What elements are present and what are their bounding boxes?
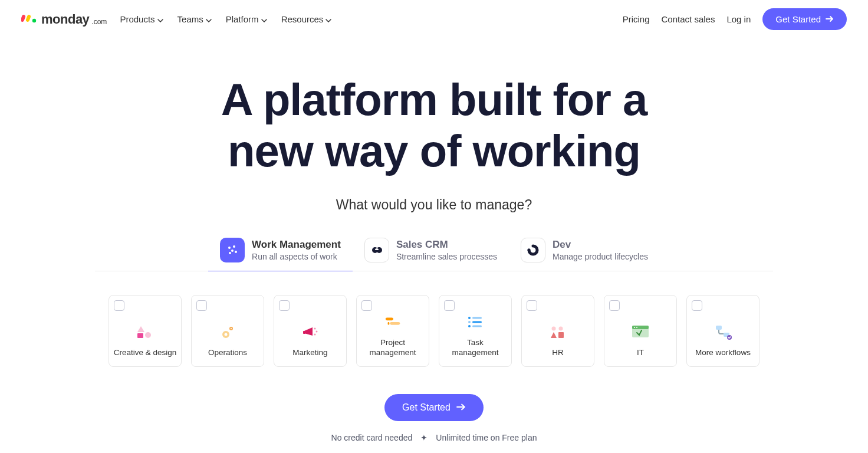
svg-point-15	[225, 333, 228, 336]
svg-point-17	[231, 328, 232, 329]
creative-design-icon	[136, 324, 154, 340]
svg-rect-26	[472, 317, 482, 319]
arrow-right-icon	[826, 14, 834, 24]
header-right: Pricing Contact sales Log in Get Started	[623, 8, 847, 30]
svg-point-5	[231, 250, 234, 252]
cta-note-right: Unlimited time on Free plan	[436, 433, 537, 442]
card-label: HR	[552, 348, 564, 358]
header: monday .com Products Teams Platform	[0, 0, 868, 38]
checkbox[interactable]	[196, 300, 207, 311]
checkbox[interactable]	[444, 300, 455, 311]
nav-links: Products Teams Platform Resources	[120, 14, 331, 24]
svg-rect-18	[303, 331, 305, 334]
nav-products[interactable]: Products	[120, 14, 163, 24]
login-link[interactable]: Log in	[726, 14, 751, 24]
tab-subtitle: Manage product lifecycles	[553, 252, 648, 261]
hero-title: A platform built for a new way of workin…	[0, 74, 868, 177]
svg-point-29	[468, 325, 471, 327]
header-left: monday .com Products Teams Platform	[21, 12, 331, 27]
nav-label: Resources	[281, 14, 324, 24]
svg-point-19	[314, 327, 316, 329]
svg-point-6	[235, 251, 237, 253]
nav-label: Products	[120, 14, 154, 24]
hero-subheading: What would you like to manage?	[0, 197, 868, 213]
cta-note: No credit card needed ✦ Unlimited time o…	[331, 433, 537, 442]
chevron-down-icon	[206, 14, 212, 24]
get-started-button-header[interactable]: Get Started	[762, 8, 847, 30]
hr-icon	[548, 324, 567, 340]
svg-rect-0	[21, 14, 26, 22]
checkbox[interactable]	[279, 300, 290, 311]
operations-icon	[218, 324, 237, 340]
svg-point-38	[636, 327, 637, 328]
logo[interactable]: monday .com	[21, 12, 107, 27]
card-project-management[interactable]: Project management	[356, 295, 429, 367]
card-label: Project management	[360, 338, 425, 358]
hero-title-line2: new way of working	[228, 126, 640, 176]
svg-point-20	[316, 330, 318, 332]
svg-point-7	[229, 252, 231, 254]
button-label: Get Started	[775, 14, 821, 24]
tab-title: Dev	[553, 239, 648, 251]
chevron-down-icon	[261, 14, 267, 24]
svg-rect-23	[390, 322, 400, 325]
nav-resources[interactable]: Resources	[281, 14, 332, 24]
card-hr[interactable]: HR	[521, 295, 594, 367]
chevron-down-icon	[326, 14, 331, 24]
svg-rect-39	[716, 326, 722, 330]
svg-marker-32	[551, 332, 557, 338]
svg-rect-30	[472, 326, 482, 327]
svg-point-4	[233, 245, 235, 248]
card-creative-design[interactable]: Creative & design	[108, 295, 182, 367]
nav-label: Teams	[177, 14, 203, 24]
card-label: Creative & design	[114, 348, 177, 358]
tab-text: Sales CRM Streamline sales processes	[396, 239, 497, 261]
cta-section: Get Started No credit card needed ✦ Unli…	[0, 394, 868, 442]
tab-sales-crm[interactable]: Sales CRM Streamline sales processes	[353, 238, 509, 271]
card-it[interactable]: IT	[604, 295, 677, 367]
get-started-button-main[interactable]: Get Started	[384, 394, 484, 421]
svg-rect-34	[558, 332, 564, 338]
crm-icon	[364, 238, 389, 262]
tab-text: Dev Manage product lifecycles	[553, 239, 648, 261]
card-label: Marketing	[292, 348, 327, 358]
nav-teams[interactable]: Teams	[177, 14, 212, 24]
card-label: IT	[637, 348, 644, 358]
tabs: Work Management Run all aspects of work …	[95, 238, 773, 271]
hero-title-line1: A platform built for a	[221, 74, 647, 124]
contact-sales-link[interactable]: Contact sales	[662, 14, 715, 24]
dev-icon	[521, 238, 545, 262]
checkbox[interactable]	[527, 300, 537, 311]
checkbox[interactable]	[114, 300, 124, 311]
workflow-cards: Creative & design Operations	[0, 295, 868, 367]
nav-platform[interactable]: Platform	[226, 14, 267, 24]
checkbox[interactable]	[361, 300, 372, 311]
card-task-management[interactable]: Task management	[439, 295, 512, 367]
tab-subtitle: Streamline sales processes	[396, 252, 497, 261]
card-marketing[interactable]: Marketing	[274, 295, 347, 367]
card-more-workflows[interactable]: More workflows	[686, 295, 760, 367]
svg-rect-24	[388, 322, 390, 325]
it-icon	[631, 324, 650, 340]
svg-point-31	[552, 326, 556, 330]
marketing-icon	[301, 324, 320, 340]
tab-text: Work Management Run all aspects of work	[252, 239, 341, 261]
tab-title: Sales CRM	[396, 239, 497, 251]
card-operations[interactable]: Operations	[191, 295, 264, 367]
tab-title: Work Management	[252, 239, 341, 251]
svg-marker-11	[137, 326, 144, 332]
pricing-link[interactable]: Pricing	[623, 14, 650, 24]
logo-text: monday	[41, 12, 89, 27]
svg-rect-28	[472, 321, 482, 323]
button-label: Get Started	[402, 402, 451, 413]
svg-rect-1	[25, 14, 31, 22]
checkbox[interactable]	[692, 300, 702, 311]
checkbox[interactable]	[609, 300, 620, 311]
tab-work-management[interactable]: Work Management Run all aspects of work	[208, 238, 353, 271]
svg-point-21	[314, 333, 316, 335]
nav-label: Platform	[226, 14, 259, 24]
svg-point-33	[559, 326, 563, 330]
work-management-icon	[220, 238, 245, 262]
task-management-icon	[466, 314, 485, 330]
tab-dev[interactable]: Dev Manage product lifecycles	[509, 238, 660, 271]
